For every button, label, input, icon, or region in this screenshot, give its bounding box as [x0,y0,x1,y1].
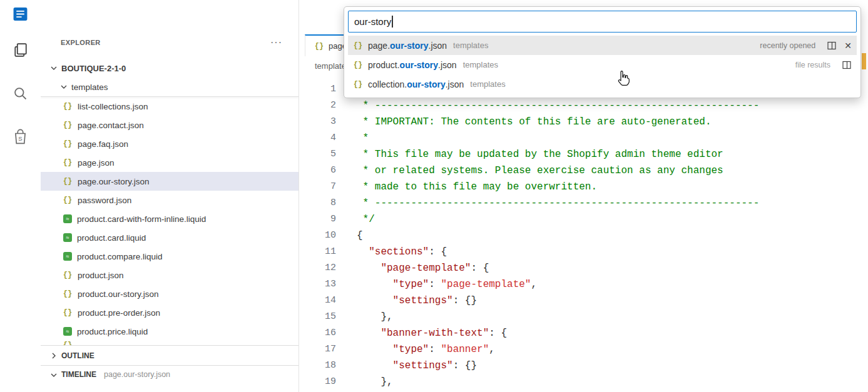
code-text: * [336,130,369,146]
code-line[interactable]: 18 "settings": {} [300,358,860,374]
group-badge: file results [795,61,830,69]
file-row[interactable]: product.card.liquid [41,228,299,247]
explorer-activity-button[interactable] [6,36,35,65]
json-file-icon: {} [353,41,363,50]
file-row[interactable]: product.compare.liquid [41,247,299,266]
code-line[interactable]: 7 * made to this file may be overwritten… [300,179,860,195]
file-row[interactable]: {}page.contact.json [41,116,299,134]
line-number: 13 [300,276,336,293]
outline-label: OUTLINE [61,351,94,360]
code-text: * made to this file may be overwritten. [336,179,597,195]
json-file-icon: {} [63,158,73,167]
chevron-down-icon [59,82,69,92]
file-row[interactable]: {}product.our-story.json [41,284,299,303]
result-path: templates [463,60,498,69]
result-path: templates [470,79,505,89]
file-row[interactable]: {}page.our-story.json [41,172,299,191]
file-list: {}list-collections.json{}page.contact.js… [41,97,299,346]
activity-bar: S [0,0,41,392]
code-line[interactable]: 3 * IMPORTANT: The contents of this file… [300,114,860,130]
json-file-icon: {} [63,177,73,186]
file-name: product.our-story.json [78,289,159,299]
timeline-section-header[interactable]: TIMELINE page.our-story.json [41,365,299,392]
json-file-icon: {} [63,139,73,148]
code-text: "type": "banner", [336,341,495,358]
line-number: 9 [300,211,336,228]
quick-open-input[interactable]: our-story [348,11,857,33]
code-line[interactable]: 4 * [300,130,860,146]
file-row[interactable]: {}page.json [41,153,299,172]
tree-sticky-headers: BOUTIQUE-2-1-0 templates [41,59,299,97]
file-name: page.our-story.json [78,177,150,186]
file-row[interactable]: {}page.faq.json [41,134,299,153]
code-line[interactable]: 13 "type": "page-template", [300,276,860,293]
code-line[interactable]: 12 "page-template": { [300,260,860,276]
search-activity-button[interactable] [6,80,35,109]
quick-open-result[interactable]: {}product.our-story.jsontemplatesfile re… [348,55,857,74]
line-number: 12 [300,260,336,276]
json-file-icon: {} [63,121,73,129]
code-line[interactable]: 19 }, [300,374,860,390]
file-row[interactable]: {}product.json [41,266,299,284]
code-line[interactable]: 14 "settings": {} [300,293,860,309]
file-name: product.pre-order.json [78,308,160,318]
code-line[interactable]: 2 * ------------------------------------… [300,98,860,114]
split-editor-icon[interactable] [827,41,837,51]
code-line[interactable]: 5 * This file may be updated by the Shop… [300,146,860,163]
file-name: product.price.liquid [77,327,148,336]
shopify-activity-button[interactable]: S [6,124,35,153]
liquid-file-icon [63,233,72,242]
split-editor-icon[interactable] [842,60,852,70]
code-editor[interactable]: 1/*2 * ---------------------------------… [300,76,860,392]
close-icon[interactable]: ✕ [844,41,852,51]
code-line[interactable]: 17 "type": "banner", [300,341,860,358]
result-filename: collection.our-story.json [368,79,464,89]
file-row[interactable]: product.card-with-form-inline.liquid [41,209,299,228]
quick-open-result[interactable]: {}collection.our-story.jsontemplates [348,74,857,94]
code-line[interactable]: 11 "sections": { [300,244,860,260]
json-file-icon: {} [314,42,324,51]
svg-text:S: S [18,135,22,142]
line-number: 10 [300,228,336,244]
code-text: */ [336,211,375,228]
code-line[interactable]: 8 * ------------------------------------… [300,195,860,211]
code-text: * IMPORTANT: The contents of this file a… [336,114,712,130]
file-name: page.json [78,158,115,168]
quick-open-result[interactable]: {}page.our-story.jsontemplatesrecently o… [348,36,857,55]
quick-open-query: our-story [354,16,391,27]
tree-folder-templates[interactable]: templates [41,78,299,96]
chevron-right-icon [49,351,59,361]
code-text: * --------------------------------------… [336,195,759,211]
code-line[interactable]: 16 "banner-with-text": { [300,325,860,341]
code-line[interactable]: 10{ [300,228,860,244]
text-caret [392,16,393,28]
line-number: 18 [300,358,336,374]
chevron-down-icon [49,63,59,73]
result-path: templates [453,41,488,50]
code-line[interactable]: 6 * or related systems. Please exercise … [300,163,860,179]
line-number: 6 [300,163,336,179]
more-actions-icon[interactable]: ··· [270,39,282,46]
code-line[interactable]: 9 */ [300,211,860,228]
tree-root-boutique-2-1-0[interactable]: BOUTIQUE-2-1-0 [41,59,299,78]
code-text: "type": "page-template", [336,276,537,293]
file-row[interactable]: {}password.json [41,191,299,209]
json-file-icon: {} [353,61,363,69]
line-number: 14 [300,293,336,309]
json-file-icon: {} [63,102,73,111]
line-number: 1 [300,81,336,98]
search-icon [12,85,29,104]
quick-open-dialog: our-story {}page.our-story.jsontemplates… [344,6,861,98]
code-line[interactable]: 15 }, [300,309,860,325]
file-row[interactable]: product.price.liquid [41,322,299,341]
json-file-icon: {} [63,289,73,298]
file-row[interactable]: {}product.pre-order.json [41,303,299,322]
file-name: product.json [78,271,124,280]
outline-section-header[interactable]: OUTLINE [41,345,299,366]
workspace-root-label: BOUTIQUE-2-1-0 [61,64,126,73]
code-text: "settings": {} [336,293,477,309]
code-text: }, [336,374,393,390]
file-row[interactable]: {}list-collections.json [41,97,299,116]
file-name: list-collections.json [78,102,148,111]
code-text: "page-template": { [336,260,489,276]
